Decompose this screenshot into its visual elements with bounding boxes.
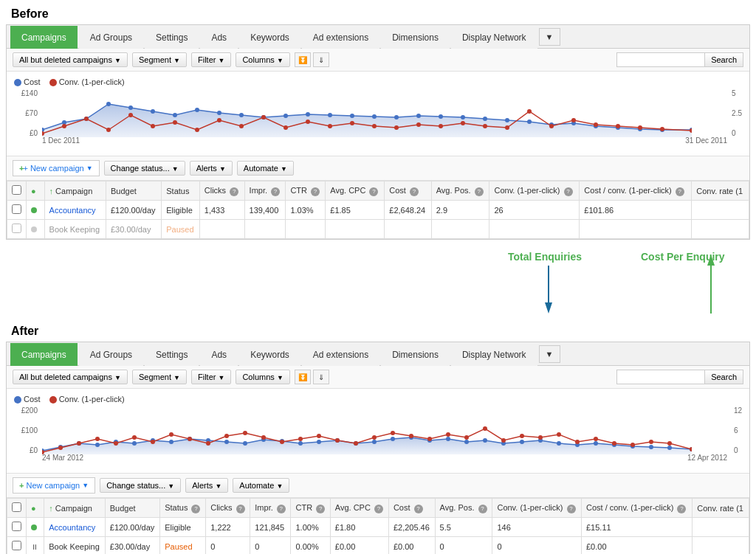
tab-adgroups-after[interactable]: Ad Groups xyxy=(79,343,143,366)
after-panel: Campaigns Ad Groups Settings Ads Keyword… xyxy=(6,342,750,554)
tab-ads-after[interactable]: Ads xyxy=(200,343,238,366)
th-costconv-before[interactable]: Cost / conv. (1-per-click) ? xyxy=(580,181,692,201)
th-budget-before[interactable]: Budget xyxy=(106,181,161,201)
th-status2-before[interactable]: Status xyxy=(162,181,200,201)
tab-ads-before[interactable]: Ads xyxy=(200,26,238,49)
th-convrate-before[interactable]: Conv. rate (1 xyxy=(692,181,749,201)
after-chart-legend: Cost Conv. (1-per-click) xyxy=(14,395,742,404)
tab-keywords-before[interactable]: Keywords xyxy=(239,26,300,49)
tab-dimensions-before[interactable]: Dimensions xyxy=(381,26,450,49)
before-date-left: 1 Dec 2011 xyxy=(42,136,80,145)
th-cost-before[interactable]: Cost ? xyxy=(385,181,431,201)
th-conv-after[interactable]: Conv. (1-per-click) ? xyxy=(492,499,582,518)
row-ctr-before-0: 1.03% xyxy=(286,201,326,220)
tab-campaigns-after[interactable]: Campaigns xyxy=(10,343,78,366)
tab-settings-after[interactable]: Settings xyxy=(145,343,199,366)
tab-campaigns-before[interactable]: Campaigns xyxy=(10,26,78,49)
svg-point-54 xyxy=(549,124,554,128)
th-avgpos-after[interactable]: Avg. Pos. ? xyxy=(435,499,492,518)
filter-btn-before[interactable]: Filter ▼ xyxy=(191,52,231,67)
automate-btn-before[interactable]: Automate ▼ xyxy=(237,161,294,176)
th-campaign-before[interactable]: ↑ Campaign xyxy=(44,181,106,201)
svg-point-16 xyxy=(372,114,377,119)
segment-btn-before[interactable]: Segment ▼ xyxy=(132,52,187,67)
search-btn-before[interactable]: Search xyxy=(705,52,743,67)
tab-adextensions-before[interactable]: Ad extensions xyxy=(302,26,379,49)
filter-btn-after[interactable]: Filter ▼ xyxy=(191,370,231,384)
chart-line-icon[interactable]: ⏬ xyxy=(295,52,311,67)
tab-adextensions-after[interactable]: Ad extensions xyxy=(302,343,379,366)
tab-adgroups-before[interactable]: Ad Groups xyxy=(79,26,143,49)
tab-more-after[interactable]: ▼ xyxy=(539,345,560,363)
after-section: After Campaigns Ad Groups Settings Ads K… xyxy=(0,317,756,554)
row-campaign-after-0[interactable]: Accountancy xyxy=(44,518,105,537)
th-costconv-after[interactable]: Cost / conv. (1-per-click) ? xyxy=(581,499,692,518)
new-campaign-btn-before[interactable]: + + New campaign ▼ xyxy=(13,160,100,176)
th-ctr-before[interactable]: CTR ? xyxy=(286,181,326,201)
svg-marker-62 xyxy=(545,302,552,314)
th-clicks-before[interactable]: Clicks ? xyxy=(199,181,244,201)
svg-point-113 xyxy=(243,431,247,435)
th-conv-before[interactable]: Conv. (1-per-click) ? xyxy=(489,181,580,201)
change-status-btn-after[interactable]: Change status... ▼ xyxy=(100,478,181,493)
th-avgcpc-before[interactable]: Avg. CPC ? xyxy=(326,181,385,201)
chart-download-icon-after[interactable]: ⇓ xyxy=(313,370,329,384)
legend-conv-before: Conv. (1-per-click) xyxy=(49,77,125,86)
search-input-before[interactable] xyxy=(616,52,705,67)
svg-point-104 xyxy=(77,441,81,446)
filter-campaigns-btn-before[interactable]: All but deleted campaigns ▼ xyxy=(13,52,128,67)
row-checkbox-before-0[interactable] xyxy=(7,201,27,220)
filter-campaigns-btn-after[interactable]: All but deleted campaigns ▼ xyxy=(13,370,128,384)
svg-point-17 xyxy=(394,115,399,120)
search-input-after[interactable] xyxy=(616,370,705,384)
columns-btn-after[interactable]: Columns ▼ xyxy=(236,370,289,384)
row-campaign-before-0[interactable]: Accountancy xyxy=(44,201,106,220)
before-panel: Campaigns Ad Groups Settings Ads Keyword… xyxy=(6,24,750,240)
select-all-checkbox-after[interactable] xyxy=(12,502,21,512)
th-convrate-after[interactable]: Conv. rate (1 xyxy=(693,499,749,518)
segment-btn-after[interactable]: Segment ▼ xyxy=(132,370,187,384)
th-clicks-after[interactable]: Clicks ? xyxy=(206,499,250,518)
th-avgcpc-after[interactable]: Avg. CPC ? xyxy=(330,499,388,518)
svg-point-42 xyxy=(284,125,288,130)
tab-settings-before[interactable]: Settings xyxy=(145,26,199,49)
alerts-btn-after[interactable]: Alerts ▼ xyxy=(185,478,228,493)
tab-dimensions-after[interactable]: Dimensions xyxy=(381,343,450,366)
chart-download-icon[interactable]: ⇓ xyxy=(313,52,329,67)
row-avgcpc-after-0: £1.80 xyxy=(330,518,388,537)
svg-point-18 xyxy=(416,114,421,118)
after-date-right: 12 Apr 2012 xyxy=(687,454,727,462)
svg-point-33 xyxy=(84,117,89,121)
table-row: Book Keeping £30.00/day Paused xyxy=(7,220,749,239)
svg-point-58 xyxy=(638,125,642,130)
th-campaign-after[interactable]: ↑ Campaign xyxy=(44,499,105,518)
th-status2-after[interactable]: Status ? xyxy=(160,499,206,518)
svg-point-124 xyxy=(446,432,450,437)
tab-more-before[interactable]: ▼ xyxy=(539,28,560,46)
automate-btn-after[interactable]: Automate ▼ xyxy=(233,478,289,493)
after-table: ● ↑ Campaign Budget Status ? Clicks ? Im… xyxy=(7,498,749,554)
alerts-btn-before[interactable]: Alerts ▼ xyxy=(190,161,233,176)
before-section: Before Campaigns Ad Groups Settings Ads … xyxy=(0,0,756,240)
th-cost-after[interactable]: Cost ? xyxy=(388,499,435,518)
change-status-btn-before[interactable]: Change status... ▼ xyxy=(104,161,185,176)
th-ctr-after[interactable]: CTR ? xyxy=(291,499,330,518)
before-chart-svg: £140 £70 £0 5 2.5 0 xyxy=(14,89,742,145)
svg-point-50 xyxy=(461,121,465,125)
th-avgpos-before[interactable]: Avg. Pos. ? xyxy=(431,181,489,201)
tab-displaynetwork-before[interactable]: Display Network xyxy=(451,26,537,49)
row-budget-before-0: £120.00/day xyxy=(106,201,161,220)
before-table-container: ● ↑ Campaign Budget Status Clicks ? Impr… xyxy=(7,181,749,239)
th-impr-before[interactable]: Impr. ? xyxy=(244,181,286,201)
svg-point-56 xyxy=(594,122,598,127)
search-btn-after[interactable]: Search xyxy=(705,370,743,384)
chart-line-icon-after[interactable]: ⏬ xyxy=(295,370,311,384)
svg-point-100 xyxy=(667,446,672,450)
new-campaign-btn-after[interactable]: + New campaign ▼ xyxy=(13,477,95,494)
tab-keywords-after[interactable]: Keywords xyxy=(239,343,300,366)
th-impr-after[interactable]: Impr. ? xyxy=(250,499,291,518)
th-budget-after[interactable]: Budget xyxy=(105,499,159,518)
columns-btn-before[interactable]: Columns ▼ xyxy=(236,52,289,67)
tab-displaynetwork-after[interactable]: Display Network xyxy=(451,343,537,366)
select-all-checkbox-before[interactable] xyxy=(12,185,21,195)
